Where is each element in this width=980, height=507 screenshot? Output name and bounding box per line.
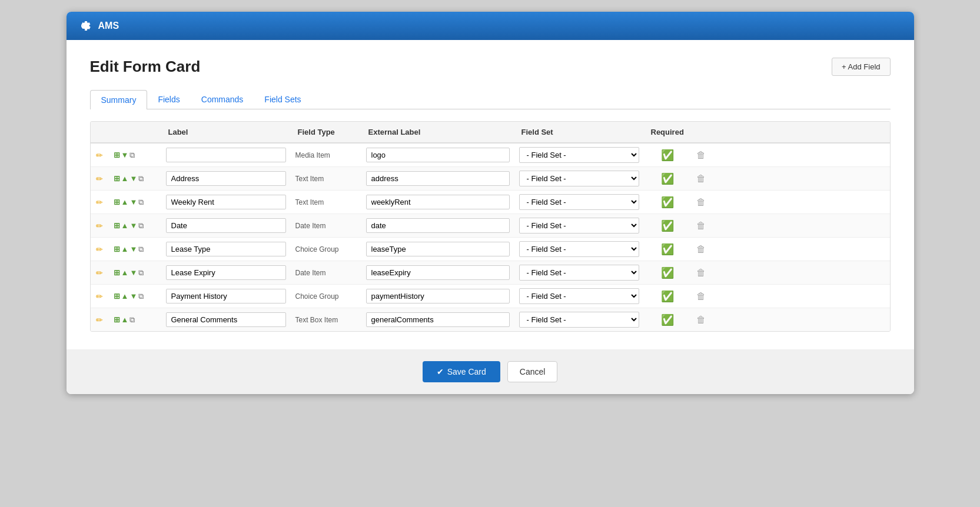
move-up-icon[interactable]: ▲ [121, 292, 129, 301]
fieldset-select[interactable]: - Field Set - [519, 312, 639, 328]
field-type-label: Choice Group [295, 245, 339, 254]
external-label-input[interactable] [366, 195, 510, 209]
field-type-label: Date Item [295, 222, 326, 230]
edit-icon[interactable]: ✏ [96, 268, 103, 278]
edit-icon[interactable]: ✏ [96, 292, 103, 301]
col-header-required: Required [644, 122, 691, 143]
tab-commands[interactable]: Commands [191, 90, 254, 109]
move-down-icon[interactable]: ▼ [129, 245, 137, 254]
col-header-edit [91, 122, 108, 143]
external-label-input[interactable] [366, 312, 510, 327]
copy-icon[interactable]: ⧉ [129, 151, 135, 160]
col-header-extlabel: External Label [361, 122, 514, 143]
col-header-delete [691, 122, 890, 143]
label-input[interactable] [166, 289, 286, 303]
save-card-button[interactable]: ✔ Save Card [423, 361, 500, 382]
move-down-icon[interactable]: ▼ [129, 292, 137, 301]
delete-icon[interactable]: 🗑 [696, 174, 706, 184]
label-input[interactable] [166, 148, 286, 162]
move-up-icon[interactable]: ▲ [121, 268, 129, 277]
label-input[interactable] [166, 265, 286, 280]
move-down-icon[interactable]: ▼ [129, 198, 137, 206]
tab-summary[interactable]: Summary [90, 90, 148, 109]
copy-icon[interactable]: ⧉ [138, 292, 144, 301]
titlebar: AMS [67, 12, 914, 40]
fieldset-select[interactable]: - Field Set - [519, 147, 639, 163]
move-down-icon[interactable]: ▼ [129, 174, 137, 183]
required-check-icon: ✅ [661, 291, 674, 302]
required-check-icon: ✅ [661, 173, 674, 185]
delete-icon[interactable]: 🗑 [696, 221, 706, 231]
fieldset-select[interactable]: - Field Set - [519, 194, 639, 210]
external-label-input[interactable] [366, 242, 510, 256]
move-down-icon[interactable]: ▼ [121, 151, 129, 159]
fieldset-select[interactable]: - Field Set - [519, 241, 639, 257]
fieldset-select[interactable]: - Field Set - [519, 171, 639, 186]
add-field-button[interactable]: + Add Field [832, 58, 890, 76]
col-header-order [108, 122, 161, 143]
tab-field-sets[interactable]: Field Sets [254, 90, 311, 109]
delete-icon[interactable]: 🗑 [696, 315, 706, 325]
move-up-icon[interactable]: ▲ [121, 315, 129, 324]
cancel-button[interactable]: Cancel [507, 361, 558, 382]
label-input[interactable] [166, 242, 286, 256]
move-up-icon[interactable]: ▲ [121, 245, 129, 254]
delete-icon[interactable]: 🗑 [696, 291, 706, 302]
drag-icon[interactable]: ⊞ [114, 245, 120, 254]
drag-icon[interactable]: ⊞ [114, 292, 120, 301]
external-label-input[interactable] [366, 265, 510, 280]
copy-icon[interactable]: ⧉ [138, 245, 144, 254]
external-label-input[interactable] [366, 289, 510, 303]
delete-icon[interactable]: 🗑 [696, 150, 706, 161]
move-up-icon[interactable]: ▲ [121, 221, 129, 230]
gear-icon [76, 18, 92, 34]
move-up-icon[interactable]: ▲ [121, 198, 129, 206]
edit-icon[interactable]: ✏ [96, 221, 103, 231]
drag-icon[interactable]: ⊞ [114, 315, 120, 324]
delete-icon[interactable]: 🗑 [696, 244, 706, 255]
external-label-input[interactable] [366, 171, 510, 186]
table-row: ✏⊞▲▼⧉Date Item- Field Set -✅🗑 [91, 261, 890, 285]
drag-icon[interactable]: ⊞ [114, 174, 120, 183]
table-header-row: Label Field Type External Label Field Se… [91, 122, 890, 143]
copy-icon[interactable]: ⧉ [138, 268, 144, 278]
label-input[interactable] [166, 195, 286, 209]
col-header-label: Label [161, 122, 291, 143]
copy-icon[interactable]: ⧉ [138, 198, 144, 207]
move-up-icon[interactable]: ▲ [121, 174, 129, 183]
drag-icon[interactable]: ⊞ [114, 268, 120, 277]
drag-icon[interactable]: ⊞ [114, 221, 120, 230]
drag-icon[interactable]: ⊞ [114, 198, 120, 206]
copy-icon[interactable]: ⧉ [138, 174, 144, 184]
checkmark-icon: ✔ [437, 367, 444, 376]
required-check-icon: ✅ [661, 314, 674, 326]
copy-icon[interactable]: ⧉ [138, 221, 144, 231]
external-label-input[interactable] [366, 218, 510, 233]
edit-icon[interactable]: ✏ [96, 245, 103, 254]
edit-icon[interactable]: ✏ [96, 315, 103, 325]
table-row: ✏⊞▼⧉Media Item- Field Set -✅🗑 [91, 143, 890, 167]
edit-icon[interactable]: ✏ [96, 151, 103, 160]
tab-fields[interactable]: Fields [147, 90, 190, 109]
delete-icon[interactable]: 🗑 [696, 197, 706, 208]
required-check-icon: ✅ [661, 267, 674, 279]
delete-icon[interactable]: 🗑 [696, 268, 706, 278]
fieldset-select[interactable]: - Field Set - [519, 265, 639, 281]
fieldset-select[interactable]: - Field Set - [519, 218, 639, 234]
edit-icon[interactable]: ✏ [96, 174, 103, 184]
drag-icon[interactable]: ⊞ [114, 151, 120, 159]
copy-icon[interactable]: ⧉ [129, 315, 135, 325]
field-type-label: Text Item [295, 198, 324, 206]
external-label-input[interactable] [366, 148, 510, 162]
col-header-fieldtype: Field Type [291, 122, 361, 143]
fieldset-select[interactable]: - Field Set - [519, 288, 639, 304]
fields-table: Label Field Type External Label Field Se… [91, 122, 890, 331]
label-input[interactable] [166, 218, 286, 233]
footer: ✔ Save Card Cancel [67, 349, 914, 394]
edit-icon[interactable]: ✏ [96, 198, 103, 207]
label-input[interactable] [166, 171, 286, 186]
move-down-icon[interactable]: ▼ [129, 221, 137, 230]
label-input[interactable] [166, 312, 286, 327]
move-down-icon[interactable]: ▼ [129, 268, 137, 277]
table-row: ✏⊞▲⧉Text Box Item- Field Set -✅🗑 [91, 308, 890, 332]
